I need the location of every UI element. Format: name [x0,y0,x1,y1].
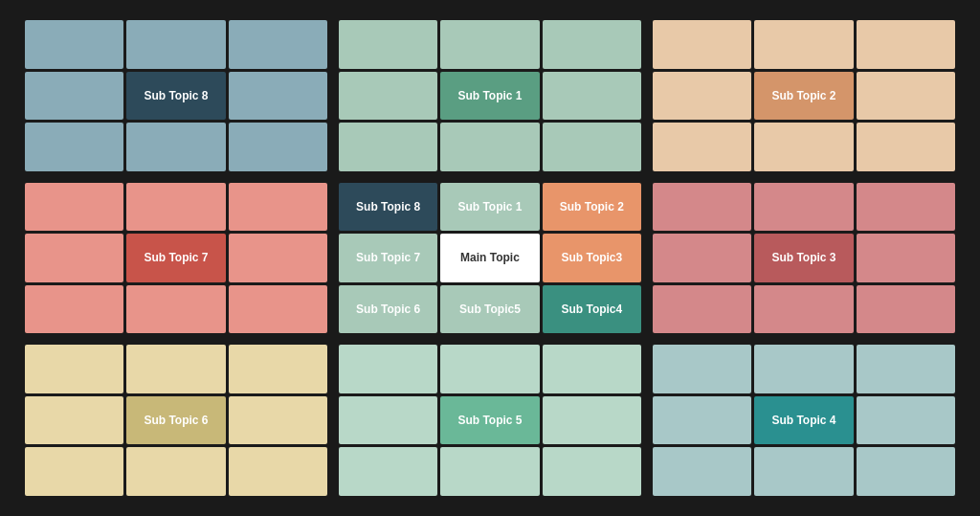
cell[interactable] [857,234,955,282]
cell[interactable] [857,447,955,496]
center-sub-topic-1[interactable]: Sub Topic 1 [440,183,539,232]
cell[interactable] [25,447,123,496]
cell[interactable] [653,285,751,334]
cell[interactable] [126,345,225,393]
cell[interactable] [754,20,853,69]
cell[interactable] [754,123,853,171]
cell[interactable] [229,72,327,121]
cell[interactable] [339,345,437,393]
cell[interactable] [25,234,123,282]
cell[interactable] [857,20,955,69]
cell[interactable] [229,345,327,393]
cell[interactable] [543,72,641,121]
sub-topic-2-label[interactable]: Sub Topic 2 [754,72,853,121]
panel-sub-topic-8: Sub Topic 8 [22,17,330,174]
cell[interactable] [857,396,955,445]
cell[interactable] [754,183,853,232]
panel-sub-topic-2: Sub Topic 2 [650,17,958,174]
center-sub-topic-4[interactable]: Sub Topic4 [543,285,641,334]
cell[interactable] [543,20,641,69]
cell[interactable] [339,396,437,445]
panel-sub-topic-7: Sub Topic 7 [22,180,330,337]
cell[interactable] [229,285,327,334]
cell[interactable] [653,123,751,171]
cell[interactable] [229,20,327,69]
cell[interactable] [25,123,123,171]
panel-sub-topic-6: Sub Topic 6 [22,342,330,499]
cell[interactable] [229,447,327,496]
cell[interactable] [543,345,641,393]
cell[interactable] [126,183,225,232]
cell[interactable] [543,123,641,171]
sub-topic-5-label[interactable]: Sub Topic 5 [440,396,539,445]
cell[interactable] [440,345,539,393]
cell[interactable] [229,183,327,232]
sub-topic-4-label[interactable]: Sub Topic 4 [754,396,853,445]
cell[interactable] [857,183,955,232]
cell[interactable] [653,447,751,496]
panel-main-topic: Sub Topic 8 Sub Topic 1 Sub Topic 2 Sub … [336,180,644,337]
cell[interactable] [857,72,955,121]
cell[interactable] [339,123,437,171]
cell[interactable] [653,183,751,232]
cell[interactable] [857,123,955,171]
sub-topic-3-label[interactable]: Sub Topic 3 [754,234,853,282]
cell[interactable] [229,123,327,171]
cell[interactable] [126,447,225,496]
cell[interactable] [754,447,853,496]
center-sub-topic-2[interactable]: Sub Topic 2 [543,183,641,232]
cell[interactable] [25,285,123,334]
cell[interactable] [754,345,853,393]
cell[interactable] [543,447,641,496]
cell[interactable] [440,20,539,69]
cell[interactable] [653,345,751,393]
cell[interactable] [25,20,123,69]
cell[interactable] [653,234,751,282]
cell[interactable] [339,20,437,69]
sub-topic-1-label[interactable]: Sub Topic 1 [440,72,539,121]
panel-sub-topic-4: Sub Topic 4 [650,342,958,499]
cell[interactable] [25,183,123,232]
panel-sub-topic-3: Sub Topic 3 [650,180,958,337]
cell[interactable] [440,447,539,496]
cell[interactable] [229,234,327,282]
center-sub-topic-5[interactable]: Sub Topic5 [440,285,539,334]
panel-sub-topic-1: Sub Topic 1 [336,17,644,174]
cell[interactable] [653,396,751,445]
sub-topic-7-label[interactable]: Sub Topic 7 [126,234,225,282]
cell[interactable] [229,396,327,445]
mind-map-grid: Sub Topic 8 Sub Topic 1 Sub Topic 2 Su [16,11,964,505]
sub-topic-8-label[interactable]: Sub Topic 8 [126,72,225,121]
cell[interactable] [857,285,955,334]
cell[interactable] [25,345,123,393]
cell[interactable] [339,72,437,121]
cell[interactable] [25,72,123,121]
cell[interactable] [754,285,853,334]
center-sub-topic-7[interactable]: Sub Topic 7 [339,234,437,282]
cell[interactable] [653,20,751,69]
cell[interactable] [653,72,751,121]
cell[interactable] [25,396,123,445]
cell[interactable] [857,345,955,393]
sub-topic-6-label[interactable]: Sub Topic 6 [126,396,225,445]
panel-sub-topic-5: Sub Topic 5 [336,342,644,499]
cell[interactable] [126,20,225,69]
cell[interactable] [543,396,641,445]
cell[interactable] [339,447,437,496]
cell[interactable] [126,285,225,334]
center-sub-topic-8[interactable]: Sub Topic 8 [339,183,437,232]
main-topic-label[interactable]: Main Topic [440,234,539,282]
cell[interactable] [440,123,539,171]
center-sub-topic-6[interactable]: Sub Topic 6 [339,285,437,334]
cell[interactable] [126,123,225,171]
center-sub-topic-3[interactable]: Sub Topic3 [543,234,641,282]
